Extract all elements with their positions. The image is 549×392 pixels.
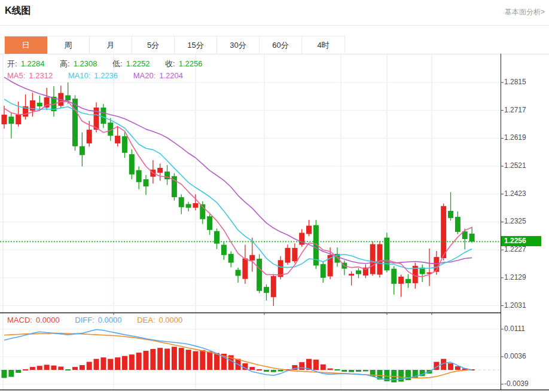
candle — [179, 197, 184, 207]
diff-label: DIFF: — [75, 316, 94, 324]
macd-bar — [136, 353, 142, 370]
price-tick-label: 1.2717 — [504, 106, 526, 114]
candle — [391, 269, 396, 284]
macd-bar — [349, 370, 354, 372]
high-label: 高: — [60, 59, 70, 68]
candle — [136, 170, 142, 182]
macd-bar — [87, 362, 92, 370]
open-value: 1.2284 — [21, 59, 45, 68]
macd-chart-canvas[interactable] — [0, 330, 501, 382]
macd-bar — [172, 347, 177, 370]
macd-bar — [278, 370, 283, 371]
macd-bar — [144, 351, 149, 370]
candle — [441, 206, 446, 258]
high-value: 1.2308 — [74, 59, 97, 68]
candle — [65, 95, 71, 100]
ma-legend: MA5:1.2312 MA10:1.2236 MA20:1.2204 — [7, 71, 187, 80]
macd-bar — [271, 370, 276, 372]
macd-bar — [363, 370, 368, 371]
macd-bar — [193, 351, 198, 370]
candle — [115, 136, 120, 143]
macd-bar — [164, 348, 170, 370]
macd-tick-label: -0.0039 — [504, 379, 529, 388]
macd-bar — [328, 369, 333, 370]
macd-bar — [65, 369, 71, 370]
dea-label: DEA: — [137, 316, 155, 324]
macd-bar — [179, 348, 184, 370]
candle — [100, 108, 106, 124]
close-label: 收: — [165, 59, 175, 68]
macd-bar — [44, 365, 50, 370]
candle — [349, 274, 354, 275]
price-tick-label: 1.2423 — [504, 189, 526, 198]
macd-bar — [51, 366, 56, 370]
price-tick-label: 1.2815 — [504, 78, 526, 86]
macd-legend: MACD:0.0000 DIFF:0.0000 DEA:0.0000 — [7, 316, 186, 324]
candle — [448, 211, 453, 218]
macd-bar — [129, 354, 135, 370]
diff-value: 0.0000 — [98, 316, 122, 324]
macd-bar — [100, 357, 106, 370]
candle — [292, 248, 297, 261]
price-tick-label: 1.2325 — [504, 217, 526, 225]
candle — [186, 204, 191, 207]
ma20-value: 1.2204 — [159, 71, 183, 80]
macd-bar — [334, 369, 340, 370]
kline-chart-canvas[interactable] — [0, 77, 501, 306]
ma10-value: 1.2236 — [94, 71, 118, 80]
candle — [271, 276, 276, 297]
candle — [264, 287, 269, 293]
candle — [87, 130, 92, 143]
macd-bar — [207, 351, 212, 370]
ma5-value: 1.2312 — [29, 71, 53, 80]
candle — [455, 217, 460, 232]
macd-bar — [37, 366, 42, 370]
macd-bar — [94, 359, 99, 370]
candle — [16, 115, 21, 124]
macd-bar — [30, 367, 35, 370]
macd-bar — [150, 349, 155, 370]
macd-bar — [2, 370, 7, 378]
candle — [356, 270, 361, 274]
candle — [257, 259, 262, 291]
macd-bar — [108, 359, 113, 370]
ma10-label: MA10: — [68, 71, 91, 80]
macd-bar — [313, 360, 319, 370]
macd-bar — [58, 366, 63, 370]
ohlc-legend: 开:1.2284 高:1.2308 低:1.2252 收:1.2256 — [7, 59, 206, 69]
macd-bar — [356, 370, 361, 372]
low-label: 低: — [112, 59, 123, 68]
candle — [228, 254, 234, 263]
current-price-label: 1.2256 — [501, 236, 541, 246]
macd-bar — [16, 370, 21, 373]
low-value: 1.2252 — [126, 59, 150, 68]
candle — [2, 115, 7, 124]
macd-bar — [299, 362, 304, 370]
candle — [236, 270, 241, 276]
candle — [398, 277, 404, 284]
macd-bar — [398, 370, 404, 382]
macd-bar — [200, 350, 205, 370]
macd-tick-label: 0.0111 — [504, 324, 525, 333]
macd-bar — [80, 365, 85, 370]
macd-bar — [214, 353, 219, 370]
macd-bar — [264, 370, 269, 372]
price-tick-label: 1.2619 — [504, 133, 526, 142]
macd-bar — [249, 367, 255, 370]
candle — [321, 264, 326, 278]
macd-bar — [115, 357, 120, 370]
macd-tick-label: 0.0036 — [504, 352, 526, 360]
candle — [193, 203, 198, 208]
candle — [370, 244, 376, 274]
price-tick-label: 1.2521 — [504, 161, 526, 170]
macd-bar — [186, 350, 191, 370]
macd-bar — [122, 356, 127, 370]
close-value: 1.2256 — [179, 59, 203, 68]
candle — [221, 245, 227, 255]
macd-bar — [23, 369, 28, 370]
candle — [249, 255, 255, 261]
kline-page: K线图 基本面分析> 日周月5分15分30分60分4时 开:1.2284 高:1… — [0, 0, 549, 392]
candle — [405, 279, 411, 283]
candle — [242, 258, 248, 278]
macd-bar — [321, 365, 326, 370]
